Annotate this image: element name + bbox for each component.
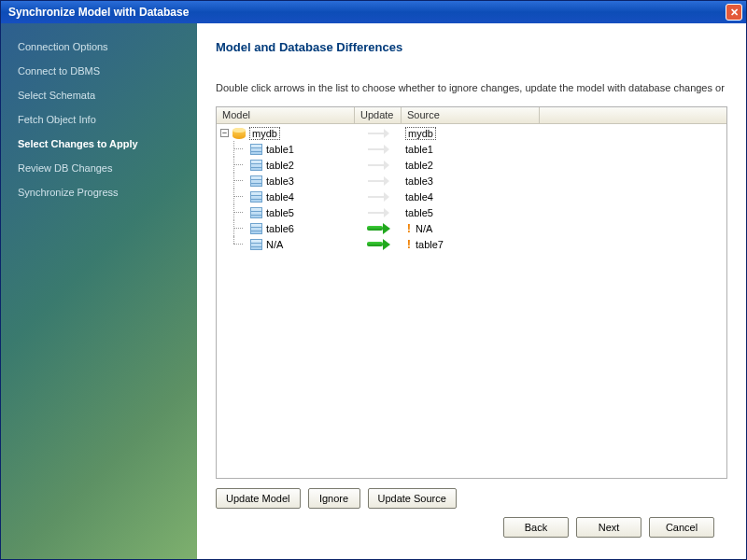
tree-connector-icon [230,220,248,236]
root-model-label: mydb [249,127,280,140]
database-icon [233,128,246,139]
back-button[interactable]: Back [503,517,569,538]
sync-arrow-icon[interactable] [365,129,391,138]
row-model-label: table1 [266,144,294,155]
tree-connector-icon [230,236,248,252]
row-source-label: table5 [405,207,433,218]
sidebar-item-synchronize-progress[interactable]: Synchronize Progress [1,180,197,204]
page-description: Double click arrows in the list to choos… [216,82,727,93]
sync-arrow-icon[interactable] [365,176,391,186]
table-icon [250,223,262,234]
table-icon [250,207,262,218]
sidebar-item-select-schemata[interactable]: Select Schemata [1,83,197,107]
collapse-icon[interactable]: − [220,129,229,137]
window-body: Connection Options Connect to DBMS Selec… [1,23,746,559]
action-button-row: Update Model Ignore Update Source [216,488,727,509]
main-panel: Model and Database Differences Double cl… [197,23,746,559]
row-source-label: N/A [416,223,432,234]
row-model-label: table4 [266,191,294,203]
tree-body: − mydb mydb table1table1table2table2tabl… [217,124,726,478]
tree-row[interactable]: table2table2 [217,157,726,173]
row-source-label: table4 [405,191,433,203]
sync-arrow-icon[interactable] [365,192,391,202]
tree-row[interactable]: table6!N/A [217,220,726,236]
sync-arrow-green-icon[interactable] [365,223,391,234]
tree-row[interactable]: table1table1 [217,141,726,157]
warning-icon: ! [405,237,413,251]
row-source-label: table2 [405,160,433,171]
table-icon [250,160,262,171]
wizard-footer: Back Next Cancel [216,509,727,546]
wizard-window: Synchronize Model with Database ✕ Connec… [0,0,747,560]
row-source-label: table7 [416,239,444,250]
tree-header: Model Update Source [217,107,726,124]
sync-arrow-green-icon[interactable] [365,239,391,250]
row-model-label: table3 [266,175,294,187]
table-icon [250,239,262,250]
table-icon [250,175,262,187]
tree-row[interactable]: table4table4 [217,189,726,204]
differences-tree[interactable]: Model Update Source − mydb [216,106,727,479]
tree-row[interactable]: table3table3 [217,173,726,189]
sidebar-item-fetch-object-info[interactable]: Fetch Object Info [1,107,197,132]
tree-row[interactable]: N/A!table7 [217,236,726,252]
row-model-label: table5 [266,207,294,218]
root-source-label: mydb [405,127,436,140]
sidebar-item-connect-dbms[interactable]: Connect to DBMS [1,59,197,83]
column-header-spacer [540,107,726,123]
sync-arrow-icon[interactable] [365,161,391,170]
row-source-label: table3 [405,175,433,187]
column-header-update[interactable]: Update [355,107,402,123]
ignore-button[interactable]: Ignore [308,488,360,509]
tree-root-row[interactable]: − mydb mydb [217,125,726,141]
table-icon [250,191,262,203]
tree-connector-icon [230,204,248,220]
page-heading: Model and Database Differences [216,40,727,54]
update-source-button[interactable]: Update Source [368,488,457,509]
tree-connector-icon [230,173,248,189]
tree-connector-icon [230,157,248,173]
warning-icon: ! [405,221,413,235]
cancel-button[interactable]: Cancel [649,517,714,538]
titlebar[interactable]: Synchronize Model with Database ✕ [1,1,746,23]
row-source-label: table1 [405,144,433,155]
sidebar-item-connection-options[interactable]: Connection Options [1,35,197,59]
sync-arrow-icon[interactable] [365,208,391,217]
close-icon[interactable]: ✕ [726,4,742,21]
column-header-model[interactable]: Model [217,107,355,123]
row-model-label: table2 [266,160,294,171]
wizard-steps-sidebar: Connection Options Connect to DBMS Selec… [1,23,197,559]
update-model-button[interactable]: Update Model [216,488,301,509]
column-header-source[interactable]: Source [402,107,540,123]
table-icon [250,144,262,155]
sidebar-item-select-changes[interactable]: Select Changes to Apply [1,132,197,156]
row-model-label: table6 [266,223,294,234]
tree-connector-icon [230,141,248,157]
next-button[interactable]: Next [576,517,641,538]
tree-connector-icon [230,189,248,204]
row-model-label: N/A [266,239,283,250]
window-title: Synchronize Model with Database [8,6,726,19]
tree-row[interactable]: table5table5 [217,204,726,220]
sync-arrow-icon[interactable] [365,145,391,154]
sidebar-item-review-db-changes[interactable]: Review DB Changes [1,156,197,180]
